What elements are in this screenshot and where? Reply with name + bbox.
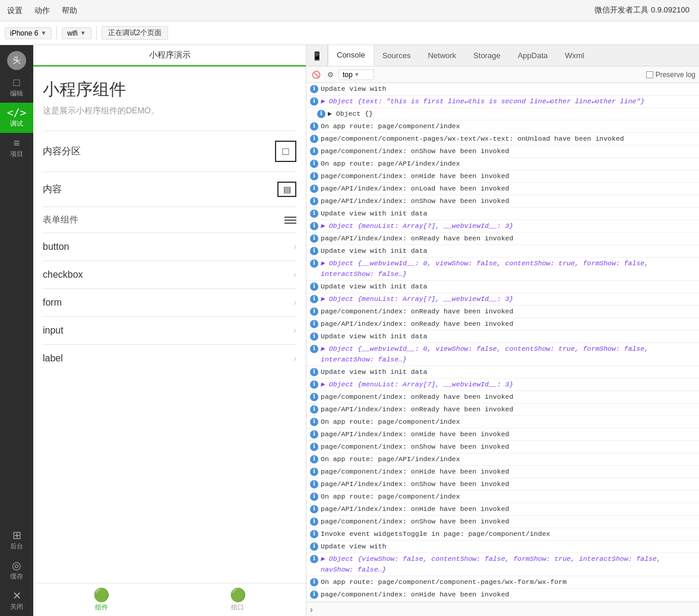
log-text: Update view with [321, 84, 695, 94]
log-info-icon: ℹ [310, 443, 318, 451]
log-entry[interactable]: ℹUpdate view with init data [306, 366, 699, 379]
tab-appdata[interactable]: AppData [510, 45, 557, 66]
nav-item-input[interactable]: input › [43, 316, 296, 344]
log-entry[interactable]: ℹpage/component/index: onShow have been … [306, 516, 699, 528]
network-selector[interactable]: wifi ▼ [62, 27, 91, 39]
clear-console-button[interactable]: 🚫 [310, 69, 322, 81]
log-text: page/component/index: onShow have been i… [321, 146, 695, 157]
log-entry[interactable]: ℹUpdate view with [306, 83, 699, 96]
log-entry[interactable]: ℹ▶ Object {menuList: Array[7], __webview… [306, 379, 699, 391]
log-info-icon: ℹ [310, 493, 318, 501]
log-info-icon: ℹ [310, 282, 318, 291]
log-entry[interactable]: ℹOn app route: page/component/index [306, 491, 699, 503]
log-text: page/component/index: onHide have been i… [321, 589, 695, 600]
log-entry[interactable]: ℹpage/component/index: onShow have been … [306, 441, 699, 453]
main-area: 头 □ 编辑 </> 调试 ≡ 项目 ⊞ 后台 ◎ 缓存 ✕ 关闭 [0, 45, 699, 616]
log-entry[interactable]: ℹUpdate view with init data [306, 245, 699, 258]
nav-item-label: checkbox [43, 269, 83, 280]
log-entry[interactable]: ℹOn app route: page/API/index/index [306, 453, 699, 466]
sim-nav-components[interactable]: 🟢 组件 [33, 588, 170, 612]
devtools-mobile-icon[interactable]: 📱 [306, 45, 328, 66]
log-entry[interactable]: ℹ▶ Object {__webviewId__: 0, viewShow: f… [306, 258, 699, 281]
log-text: Update view with init data [321, 367, 695, 377]
menu-settings[interactable]: 设置 [7, 5, 23, 16]
context-selector[interactable]: top ▼ [339, 69, 374, 80]
preserve-log-area: Preserve log [646, 71, 695, 79]
log-entry[interactable]: ℹpage/API/index/index: onReady have been… [306, 404, 699, 416]
console-log[interactable]: ℹUpdate view withℹ▶ Object {text: "this … [306, 83, 699, 602]
log-info-icon: ℹ [310, 455, 318, 463]
log-entry[interactable]: ℹUpdate view with init data [306, 281, 699, 293]
tab-network[interactable]: Network [419, 45, 465, 66]
debug-pages-button[interactable]: 正在调试2个页面 [102, 26, 169, 40]
sidebar-item-project[interactable]: ≡ 项目 [0, 133, 33, 163]
log-text: Update view with init data [321, 331, 695, 342]
log-entry[interactable]: ℹUpdate view with init data [306, 331, 699, 343]
log-info-icon: ℹ [310, 418, 318, 426]
nav-item-form[interactable]: form › [43, 288, 296, 316]
tab-sources[interactable]: Sources [374, 45, 420, 66]
log-entry[interactable]: ℹpage/API/index/index: onHide have been … [306, 503, 699, 516]
simulator-content[interactable]: 小程序组件 这是展示小程序组件的DEMO。 内容分区 □ 内容 ▤ 表单组件 b… [33, 66, 306, 583]
log-entry[interactable]: ℹpage/API/index/index: onReady have been… [306, 318, 699, 331]
section-item-content[interactable]: 内容 ▤ [43, 172, 296, 207]
log-entry[interactable]: ℹ▶ Object {viewShow: false, contentShow:… [306, 553, 699, 576]
tab-console[interactable]: Console [328, 45, 374, 66]
sidebar-item-storage[interactable]: ◎ 缓存 [0, 555, 33, 586]
sidebar-item-debug[interactable]: </> 调试 [0, 103, 33, 133]
log-entry[interactable]: ℹpage/component/index: onReady have been… [306, 391, 699, 404]
log-entry[interactable]: ℹ▶ Object {menuList: Array[7], __webview… [306, 220, 699, 233]
preserve-log-checkbox[interactable] [646, 71, 653, 78]
log-entry[interactable]: ℹ▶ Object {menuList: Array[7], __webview… [306, 293, 699, 306]
context-value: top [343, 71, 353, 79]
log-entry[interactable]: ℹOn app route: page/component/index [306, 120, 699, 133]
log-info-icon: ℹ [310, 307, 318, 316]
log-entry[interactable]: ℹpage/component/index: onHide have been … [306, 466, 699, 478]
log-text: On app route: page/component/index [321, 417, 695, 427]
tab-storage[interactable]: Storage [465, 45, 510, 66]
sidebar-item-edit[interactable]: □ 编辑 [0, 72, 33, 103]
log-entry[interactable]: ℹpage/API/index/index: onHide have been … [306, 428, 699, 441]
log-entry[interactable]: ℹ▶ Object {__webviewId__: 0, viewShow: f… [306, 343, 699, 366]
log-entry[interactable]: ℹpage/component/index: onHide have been … [306, 170, 699, 183]
separator-1 [56, 26, 57, 40]
log-entry[interactable]: ℹInvoke event widgetsToggle in page: pag… [306, 528, 699, 541]
app-title: 微信开发者工具 0.9.092100 [594, 5, 689, 15]
device-selector[interactable]: iPhone 6 ▼ [5, 27, 52, 39]
sidebar-item-close[interactable]: ✕ 关闭 [0, 586, 33, 616]
sim-nav-window[interactable]: 🟢 组口 [170, 588, 306, 612]
log-entry[interactable]: ℹOn app route: page/API/index/index [306, 158, 699, 170]
log-entry[interactable]: ℹOn app route: page/component/index [306, 416, 699, 428]
sidebar: 头 □ 编辑 </> 调试 ≡ 项目 ⊞ 后台 ◎ 缓存 ✕ 关闭 [0, 45, 33, 616]
log-entry[interactable]: ℹpage/component/index: onReady have been… [306, 306, 699, 318]
sidebar-item-backend[interactable]: ⊞ 后台 [0, 525, 33, 555]
tab-wxml[interactable]: Wxml [556, 45, 593, 66]
nav-item-label: button [43, 242, 69, 252]
log-entry[interactable]: ℹ▶ Object {text: "this is first line↵thi… [306, 96, 699, 108]
nav-item-checkbox[interactable]: checkbox › [43, 261, 296, 288]
log-entry[interactable]: ℹUpdate view with [306, 541, 699, 553]
section-item-content-area[interactable]: 内容分区 □ [43, 131, 296, 172]
log-entry[interactable]: ℹpage/API/index/index: onLoad have been … [306, 183, 699, 195]
nav-item-button[interactable]: button › [43, 233, 296, 261]
log-text: Update view with init data [321, 246, 695, 256]
simulator-header: 小程序演示 [33, 45, 306, 66]
log-entry[interactable]: ℹOn app route: page/component/component-… [306, 576, 699, 589]
log-entry[interactable]: ℹpage/component/index: onShow have been … [306, 145, 699, 158]
filter-icon[interactable]: ⚙ [324, 69, 336, 81]
simulator-title: 小程序演示 [149, 50, 191, 61]
nav-item-label: input [43, 325, 64, 336]
log-info-icon: ℹ [310, 578, 318, 586]
log-entry[interactable]: ℹUpdate view with init data [306, 208, 699, 220]
log-entry[interactable]: ℹpage/component/component-pages/wx-text/… [306, 133, 699, 145]
log-text: Update view with init data [321, 281, 695, 292]
menu-help[interactable]: 帮助 [62, 5, 77, 16]
menu-actions[interactable]: 动作 [34, 5, 50, 16]
log-entry[interactable]: ℹpage/API/index/index: onShow have been … [306, 195, 699, 208]
log-entry[interactable]: ℹ▶ Object {} [306, 108, 699, 120]
log-entry[interactable]: ℹpage/API/index/index: onShow have been … [306, 478, 699, 491]
log-entry[interactable]: ℹpage/component/index: onHide have been … [306, 589, 699, 601]
nav-item-label[interactable]: label › [43, 344, 296, 372]
log-entry[interactable]: ℹpage/API/index/index: onReady have been… [306, 233, 699, 245]
log-text: On app route: page/component/index [321, 491, 695, 502]
